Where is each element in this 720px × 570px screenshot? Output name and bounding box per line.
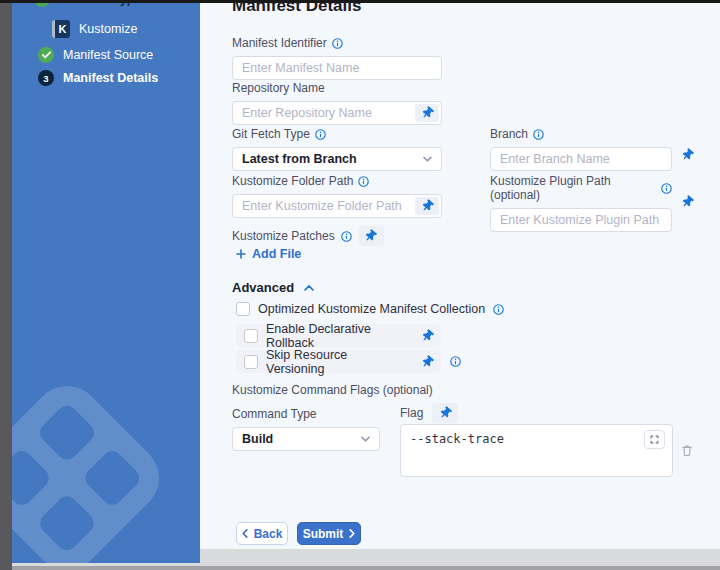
- flag-label: Flag: [400, 406, 423, 420]
- info-icon[interactable]: [315, 129, 326, 140]
- skip-versioning-option: Skip Resource Versioning: [236, 350, 441, 373]
- manifest-identifier-label: Manifest Identifier: [232, 36, 327, 50]
- advanced-label: Advanced: [232, 280, 294, 295]
- step-label: Manifest Type: [59, 3, 141, 6]
- step-manifest-source[interactable]: Manifest Source: [38, 47, 153, 63]
- chevron-right-icon: [349, 529, 355, 538]
- pin-icon[interactable]: [358, 226, 384, 246]
- plus-icon: [236, 249, 246, 259]
- chevron-down-icon: [361, 436, 370, 442]
- pin-icon[interactable]: [415, 197, 439, 215]
- pin-icon[interactable]: [678, 193, 696, 211]
- info-icon[interactable]: [332, 38, 343, 49]
- git-fetch-type-label: Git Fetch Type: [232, 127, 310, 141]
- kustomize-icon: K: [52, 20, 70, 38]
- step-label: Manifest Details: [63, 71, 158, 85]
- branch-label: Branch: [490, 127, 528, 141]
- repository-name-input[interactable]: [232, 101, 442, 125]
- skip-versioning-label: Skip Resource Versioning: [266, 348, 406, 376]
- manifest-details-panel: Manifest Details Manifest Identifier Rep…: [200, 3, 720, 549]
- check-icon: [34, 3, 50, 7]
- optimized-collection-label: Optimized Kustomize Manifest Collection: [258, 302, 485, 316]
- window-top-edge: [0, 0, 720, 3]
- step-kustomize[interactable]: K Kustomize: [52, 20, 137, 38]
- kustomize-plugin-path-input[interactable]: [490, 208, 672, 232]
- chevron-down-icon: [423, 156, 432, 162]
- wizard-sidebar: Manifest Type K Kustomize Manifest Sourc…: [12, 3, 200, 563]
- repository-name-label: Repository Name: [232, 81, 325, 95]
- add-file-button[interactable]: Add File: [236, 247, 301, 261]
- git-fetch-type-select[interactable]: Latest from Branch: [232, 147, 442, 171]
- kustomize-folder-path-label: Kustomize Folder Path: [232, 174, 353, 188]
- step-number-badge: 3: [38, 70, 54, 86]
- info-icon[interactable]: [661, 183, 672, 194]
- flag-textarea[interactable]: --stack-trace: [400, 424, 673, 477]
- kustomize-plugin-path-label: Kustomize Plugin Path (optional): [490, 174, 656, 202]
- step-manifest-details[interactable]: 3 Manifest Details: [38, 70, 158, 86]
- step-label: Kustomize: [79, 22, 137, 36]
- chevron-left-icon: [242, 529, 248, 538]
- pin-icon[interactable]: [678, 146, 696, 164]
- optimized-collection-checkbox[interactable]: [236, 302, 250, 316]
- manifest-identifier-input[interactable]: [232, 56, 442, 80]
- advanced-section-toggle[interactable]: Advanced: [232, 280, 314, 295]
- declarative-rollback-option: Enable Declarative Rollback: [236, 324, 441, 347]
- submit-button[interactable]: Submit: [297, 522, 361, 545]
- pin-icon[interactable]: [422, 330, 433, 342]
- check-icon: [38, 47, 54, 63]
- dimmed-background-page: [0, 0, 12, 570]
- info-icon[interactable]: [358, 176, 369, 187]
- kustomize-patches-label: Kustomize Patches: [232, 229, 335, 243]
- declarative-rollback-label: Enable Declarative Rollback: [266, 322, 406, 350]
- step-manifest-type[interactable]: Manifest Type: [34, 3, 141, 7]
- step-label: Manifest Source: [63, 48, 153, 62]
- skip-versioning-checkbox[interactable]: [244, 355, 258, 369]
- info-icon[interactable]: [533, 129, 544, 140]
- declarative-rollback-checkbox[interactable]: [244, 329, 258, 343]
- pin-icon[interactable]: [432, 403, 458, 423]
- kustomize-folder-path-input[interactable]: [232, 194, 442, 218]
- delete-flag-icon[interactable]: [681, 443, 693, 461]
- command-flags-section-label: Kustomize Command Flags (optional): [232, 383, 433, 397]
- expand-icon[interactable]: [644, 430, 665, 449]
- info-icon[interactable]: [341, 231, 352, 242]
- pin-icon[interactable]: [422, 356, 433, 368]
- back-button[interactable]: Back: [236, 522, 288, 545]
- pin-icon[interactable]: [415, 104, 439, 122]
- command-type-select[interactable]: Build: [232, 427, 380, 451]
- chevron-up-icon: [304, 285, 314, 291]
- branch-input[interactable]: [490, 147, 672, 171]
- info-icon[interactable]: [450, 356, 461, 367]
- command-type-label: Command Type: [232, 407, 317, 421]
- info-icon[interactable]: [493, 304, 504, 315]
- harness-logo-watermark: [12, 372, 173, 563]
- window-bottom-edge: [0, 566, 720, 570]
